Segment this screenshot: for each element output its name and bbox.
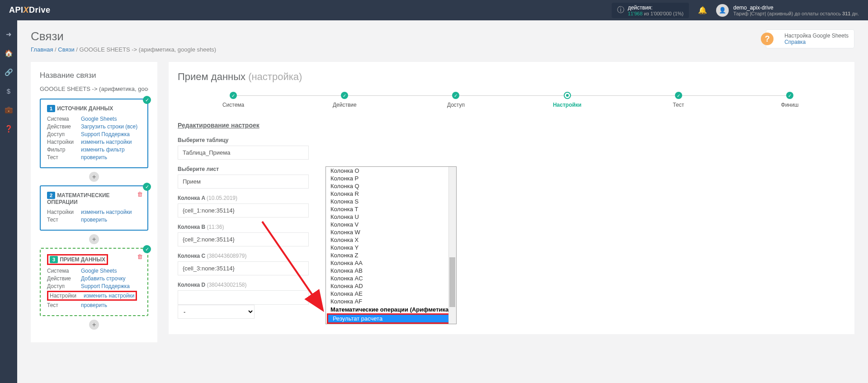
card-row-value[interactable]: Google Sheets <box>81 268 117 274</box>
card-row: ДоступSupport Поддержка <box>47 131 141 137</box>
card-row-label: Доступ <box>47 131 81 137</box>
trash-icon[interactable]: 🗑 <box>137 253 143 260</box>
input-col-a[interactable]: {cell_1:none:35114} <box>178 203 309 218</box>
select-table[interactable]: Таблица_Приема <box>178 146 309 160</box>
card-row-label: Система <box>47 116 81 122</box>
step-finish[interactable]: ✓Финиш <box>734 92 845 108</box>
nav-connections-icon[interactable]: 🔗 <box>0 63 17 82</box>
step-test[interactable]: ✓Тест <box>623 92 734 108</box>
card-row-label: Действие <box>47 275 81 282</box>
dropdown-item[interactable]: Колонка AC <box>326 274 456 282</box>
add-button[interactable]: + <box>89 234 99 244</box>
dropdown-item[interactable]: Колонка S <box>326 198 456 205</box>
user-menu[interactable]: 👤 demo_apix-drive Тариф |Старт| (архивны… <box>716 4 859 17</box>
dropdown-item[interactable]: Колонка X <box>326 236 456 244</box>
card-row: ДействиеДобавить строчку <box>47 275 141 282</box>
help-box[interactable]: ? Настройка Google Sheets Справка <box>766 29 854 48</box>
sidebar-title: Название связи <box>40 71 148 80</box>
dropdown-item[interactable]: Колонка AB <box>326 267 456 274</box>
card-row-value[interactable]: изменить настройки <box>81 209 132 215</box>
card-row-value[interactable]: Support Поддержка <box>81 131 130 137</box>
highlight-annotation: 3ПРИЕМ ДАННЫХ <box>47 254 108 265</box>
card-row-value[interactable]: проверить <box>81 154 107 161</box>
dropdown-item[interactable]: Колонка Y <box>326 244 456 251</box>
card-row-label: Настройки <box>47 209 81 215</box>
breadcrumb: Главная / Связи / GOOGLE SHEETS -> (ариф… <box>31 46 216 53</box>
card-row: ДействиеЗагрузить строки (все) <box>47 123 141 130</box>
breadcrumb-home[interactable]: Главная <box>31 46 53 53</box>
card-receive[interactable]: ✓ 🗑 3ПРИЕМ ДАННЫХ СистемаGoogle SheetsДе… <box>40 248 148 316</box>
card-math-title: 2МАТЕМАТИЧЕСКИЕ ОПЕРАЦИИ <box>47 192 141 205</box>
dropdown-item[interactable]: Колонка U <box>326 213 456 221</box>
nav-help-icon[interactable]: ❓ <box>0 119 17 138</box>
input-col-c[interactable]: {cell_3:none:35114} <box>178 261 309 275</box>
main-title: Прием данных (настройка) <box>178 71 845 83</box>
label-table: Выберите таблицу <box>178 137 845 143</box>
select-col-d-source[interactable]: - <box>178 305 255 319</box>
scrollbar[interactable] <box>448 167 456 324</box>
card-row-label: Доступ <box>47 283 81 289</box>
input-col-b[interactable]: {cell_2:none:35114} <box>178 232 309 246</box>
card-math[interactable]: ✓ 🗑 2МАТЕМАТИЧЕСКИЕ ОПЕРАЦИИ Настройкииз… <box>40 185 148 231</box>
card-row-value[interactable]: Загрузить строки (все) <box>81 123 137 130</box>
card-row-value[interactable]: Google Sheets <box>81 116 117 122</box>
card-row-label: Тест <box>47 154 81 161</box>
card-row-label: Настройки <box>50 293 84 299</box>
nav-billing-icon[interactable]: $ <box>0 82 17 100</box>
card-row-value[interactable]: Support Поддержка <box>81 283 130 289</box>
select-sheet[interactable]: Прием <box>178 175 309 189</box>
actions-stats: 11'968 из 1'000'000 (1%) <box>628 11 684 16</box>
main-panel: Прием данных (настройка) ✓Система ✓Дейст… <box>169 62 854 334</box>
avatar-icon: 👤 <box>716 4 729 17</box>
logo[interactable]: APIXDrive <box>9 5 51 15</box>
add-button[interactable]: + <box>89 172 99 182</box>
card-row-value[interactable]: Добавить строчку <box>81 275 126 282</box>
nav-briefcase-icon[interactable]: 💼 <box>0 100 17 119</box>
stepper: ✓Система ✓Действие ✓Доступ Настройки ✓Те… <box>178 92 845 108</box>
nav-home-icon[interactable]: 🏠 <box>0 44 17 63</box>
card-row-value[interactable]: изменить настройки <box>84 293 134 299</box>
user-name: demo_apix-drive <box>733 5 859 11</box>
dropdown-item[interactable]: Колонка Q <box>326 182 456 190</box>
dropdown-item[interactable]: Колонка R <box>326 190 456 198</box>
card-row: ДоступSupport Поддержка <box>47 283 141 289</box>
dropdown-item[interactable]: Колонка V <box>326 221 456 228</box>
page-title: Связи <box>31 29 216 43</box>
nav-arrow-icon[interactable]: ➜ <box>0 25 17 44</box>
logo-x: X <box>24 5 29 14</box>
dropdown-panel[interactable]: Колонка OКолонка PКолонка QКолонка RКоло… <box>326 166 457 324</box>
dropdown-item[interactable]: Колонка T <box>326 205 456 213</box>
breadcrumb-links[interactable]: Связи <box>58 46 74 53</box>
card-row-value[interactable]: изменить фильтр <box>81 147 125 153</box>
dropdown-item[interactable]: Колонка O <box>326 167 456 175</box>
card-source[interactable]: ✓ 1ИСТОЧНИК ДАННЫХ СистемаGoogle SheetsД… <box>40 99 148 168</box>
dropdown-item[interactable]: Колонка Z <box>326 251 456 259</box>
card-row-value[interactable]: проверить <box>81 217 107 223</box>
dropdown-item[interactable]: Колонка AE <box>326 290 456 298</box>
add-button[interactable]: + <box>89 320 99 330</box>
label-sheet: Выберите лист <box>178 166 845 172</box>
card-receive-title: 3ПРИЕМ ДАННЫХ <box>50 256 105 263</box>
help-icon: ? <box>761 33 774 45</box>
bell-icon[interactable]: 🔔 <box>698 6 707 14</box>
step-action[interactable]: ✓Действие <box>289 92 400 108</box>
step-access[interactable]: ✓Доступ <box>400 92 511 108</box>
dropdown-item[interactable]: Колонка AF <box>326 298 456 305</box>
dropdown-item[interactable]: Колонка AA <box>326 259 456 267</box>
help-title: Настройка Google Sheets <box>784 33 849 39</box>
dropdown-item[interactable]: Колонка W <box>326 228 456 236</box>
step-settings[interactable]: Настройки <box>512 92 623 108</box>
dropdown-item[interactable]: Колонка P <box>326 175 456 182</box>
card-row-value[interactable]: изменить настройки <box>81 139 132 145</box>
input-col-d[interactable] <box>178 290 309 305</box>
dropdown-item-selected[interactable]: Результат расчета <box>328 315 454 322</box>
breadcrumb-current: GOOGLE SHEETS -> (арифметика, google she… <box>80 46 217 53</box>
actions-counter[interactable]: ⓘ действия: 11'968 из 1'000'000 (1%) <box>612 3 689 18</box>
section-title: Редактирование настроек <box>178 122 845 129</box>
help-link[interactable]: Справка <box>784 39 806 45</box>
dropdown-item[interactable]: Колонка AD <box>326 282 456 290</box>
step-system[interactable]: ✓Система <box>178 92 289 108</box>
card-row-value[interactable]: проверить <box>81 302 107 308</box>
actions-label: действия: <box>628 5 684 11</box>
trash-icon[interactable]: 🗑 <box>137 191 143 198</box>
